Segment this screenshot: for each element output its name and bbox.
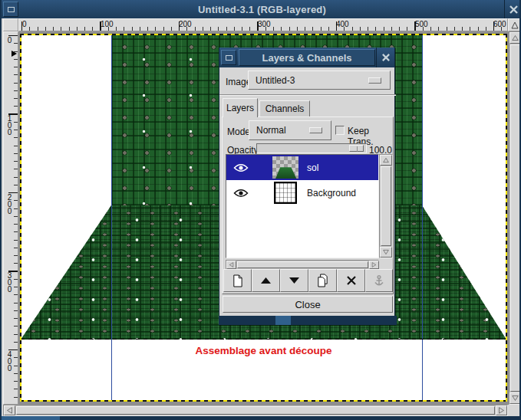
dialog-resize-grip[interactable]	[275, 316, 291, 325]
layers-channels-dialog: Layers & Channels Image: Untitled-3 Laye…	[219, 48, 395, 325]
nav-corner-icon	[511, 21, 519, 29]
ruler-corner-box	[3, 18, 18, 31]
window-titlebar: Untitled-3.1 (RGB-layered)	[2, 0, 521, 18]
canvas-border-right	[506, 34, 507, 402]
ruler-tick-label: 200	[5, 193, 13, 214]
opacity-slider-thumb[interactable]	[349, 145, 364, 152]
new-layer-button[interactable]	[223, 269, 252, 292]
layer-name[interactable]: Background	[307, 188, 356, 199]
window-bottom-border	[2, 416, 521, 420]
window-resize-grip[interactable]	[2, 416, 60, 420]
window-menu-icon	[226, 55, 232, 61]
tab-channels[interactable]: Channels	[259, 100, 310, 116]
ruler-tick-label: 600	[493, 20, 506, 28]
scroll-right-icon	[498, 407, 505, 414]
ruler-position-marker-icon	[12, 51, 17, 57]
duplicate-layer-icon	[316, 274, 329, 287]
layer-thumbnail[interactable]	[272, 156, 298, 179]
layer-list-vscrollbar-thumb[interactable]	[381, 166, 391, 246]
ruler-tick-label: 100	[5, 114, 13, 135]
opacity-slider[interactable]	[256, 143, 367, 153]
gimp-image-window: Untitled-3.1 (RGB-layered) 0 100 200 300…	[0, 0, 521, 420]
scroll-down-button[interactable]	[509, 392, 521, 404]
ruler-tick-label: 100	[101, 20, 114, 28]
layer-row-sol[interactable]: sol	[226, 155, 378, 180]
scroll-down-icon	[512, 395, 519, 402]
layer-thumbnail[interactable]	[274, 182, 297, 204]
scroll-up-button[interactable]	[380, 155, 392, 166]
ruler-tick-label: 200	[179, 20, 192, 28]
dialog-close-button[interactable]: Close	[223, 296, 393, 313]
raise-layer-icon	[260, 277, 272, 284]
horizontal-scrollbar-thumb[interactable]	[16, 406, 495, 415]
close-icon	[381, 53, 391, 62]
active-layer-boundary	[21, 339, 506, 340]
visibility-eye-icon[interactable]	[232, 189, 249, 198]
scroll-right-button[interactable]	[496, 405, 507, 415]
layer-name[interactable]: sol	[307, 162, 318, 173]
anchor-layer-button[interactable]	[365, 269, 393, 292]
dialog-titlebar: Layers & Channels	[219, 48, 394, 67]
keep-trans-checkbox[interactable]	[335, 126, 345, 135]
scroll-up-icon	[512, 34, 519, 41]
layer-list: sol Background	[226, 154, 379, 258]
scroll-up-icon	[383, 157, 389, 163]
window-title: Untitled-3.1 (RGB-layered)	[20, 4, 504, 15]
separator	[219, 94, 396, 96]
scroll-left-icon	[6, 407, 13, 414]
delete-layer-icon	[346, 275, 357, 286]
layer-list-vscrollbar[interactable]	[379, 154, 393, 258]
lower-layer-button[interactable]	[280, 269, 308, 292]
horizontal-ruler[interactable]: 0 100 200 300 400 500 600	[18, 18, 508, 31]
mode-select[interactable]: Normal	[249, 120, 331, 140]
tab-layers[interactable]: Layers	[223, 98, 258, 117]
vertical-scrollbar[interactable]	[509, 31, 521, 405]
ruler-tick-label: 0	[5, 36, 13, 43]
vertical-ruler[interactable]: 0 100 200 300 400	[3, 31, 18, 405]
layer-thumbnail-content	[272, 166, 298, 179]
scroll-left-button[interactable]	[226, 261, 236, 269]
ruler-tick-label: 300	[5, 271, 13, 292]
raise-layer-button[interactable]	[252, 269, 280, 292]
lower-layer-icon	[289, 277, 300, 284]
visibility-eye-icon[interactable]	[232, 163, 249, 172]
layer-row-background[interactable]: Background	[226, 180, 378, 205]
anchor-layer-icon	[373, 274, 385, 287]
scroll-right-icon	[371, 262, 377, 267]
canvas-annotation-text: Assemblage avant découpe	[20, 345, 507, 356]
close-icon	[509, 5, 519, 15]
dialog-bottom-border	[219, 316, 397, 325]
mode-select-value: Normal	[256, 125, 286, 136]
delete-layer-button[interactable]	[337, 269, 365, 292]
window-menu-button[interactable]	[3, 2, 18, 17]
canvas-border-bottom	[20, 400, 507, 402]
ruler-tick-label: 400	[5, 350, 13, 371]
nav-corner-button[interactable]	[508, 18, 521, 31]
duplicate-layer-button[interactable]	[308, 269, 337, 292]
tab-label: Channels	[265, 103, 305, 114]
canvas-border-top	[20, 34, 507, 35]
scroll-right-button[interactable]	[369, 261, 379, 269]
tab-label: Layers	[226, 103, 254, 113]
dialog-title-panel: Layers & Channels	[239, 49, 375, 66]
ruler-tick-label: 400	[336, 20, 349, 28]
window-menu-icon	[8, 7, 15, 12]
dialog-menu-button[interactable]	[221, 50, 236, 65]
ruler-tick-label: 0	[22, 20, 27, 28]
horizontal-scrollbar[interactable]	[3, 405, 508, 416]
canvas-border-left	[20, 34, 21, 402]
scroll-down-button[interactable]	[380, 247, 392, 258]
layer-list-hscrollbar-thumb[interactable]	[237, 261, 368, 268]
window-close-button[interactable]	[504, 0, 521, 18]
scroll-left-icon	[229, 262, 234, 267]
scroll-up-button[interactable]	[509, 32, 521, 44]
dialog-close-button-x[interactable]	[376, 48, 394, 67]
image-select-value: Untitled-3	[256, 75, 295, 86]
image-select[interactable]: Untitled-3	[248, 71, 391, 90]
ruler-tick-label: 500	[415, 20, 428, 28]
dropdown-indicator-icon	[368, 77, 381, 84]
dropdown-indicator-icon	[309, 127, 322, 133]
scroll-left-button[interactable]	[4, 405, 15, 415]
vertical-scrollbar-thumb[interactable]	[510, 44, 520, 392]
layers-tab-page: Mode: Normal Keep Trans. Opacity: 100.0	[222, 116, 394, 294]
